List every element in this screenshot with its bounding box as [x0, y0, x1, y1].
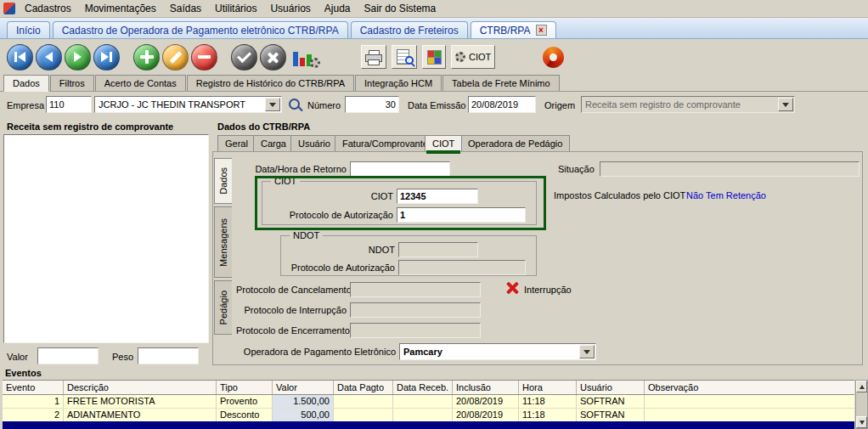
- grid-selected-row[interactable]: [3, 421, 854, 429]
- mdi-tab-cadastro-operadora[interactable]: Cadastro de Operadora de Pagamento eletr…: [53, 21, 348, 38]
- edit-button[interactable]: [162, 44, 189, 71]
- menu-movimentacoes[interactable]: Movimentações: [78, 0, 163, 17]
- interrupcao-x-icon[interactable]: [506, 281, 519, 294]
- valor-input[interactable]: [37, 347, 99, 364]
- detail-title: Dados do CTRB/RPA: [217, 121, 310, 132]
- search-icon[interactable]: [289, 99, 300, 110]
- cell-data-pagto: [334, 395, 393, 408]
- column-header-descricao[interactable]: Descrição: [64, 381, 217, 394]
- side-tab-label: Pedágio: [218, 291, 228, 325]
- side-tab-label: Mensagens: [218, 218, 228, 267]
- next-record-button[interactable]: [65, 44, 91, 71]
- receita-list[interactable]: [3, 134, 209, 343]
- tab-registro-historico[interactable]: Registro de Histórico do CTRB/RPA: [187, 75, 354, 91]
- tab-dados[interactable]: Dados: [3, 75, 49, 92]
- tab-acerto-de-contas[interactable]: Acerto de Contas: [95, 75, 186, 91]
- detail-tab-carga[interactable]: Carga: [253, 135, 294, 151]
- operadora-pagamento-combo[interactable]: Pamcary: [399, 343, 596, 360]
- chevron-down-icon[interactable]: [579, 345, 595, 358]
- minus-icon: [198, 55, 211, 59]
- detail-tab-usuario[interactable]: Usuário: [290, 135, 338, 151]
- column-header-data-pagto[interactable]: Data Pagto: [334, 381, 393, 394]
- side-tab-dados[interactable]: Dados: [214, 158, 232, 204]
- detail-tab-ciot[interactable]: CIOT: [425, 135, 462, 151]
- app-logo-icon: [543, 47, 564, 68]
- tab-tabela-frete-minimo[interactable]: Tabela de Frete Mínimo: [442, 75, 560, 91]
- confirm-button[interactable]: [231, 44, 257, 71]
- bar-chart-icon: [293, 52, 298, 66]
- peso-label: Peso: [112, 352, 133, 362]
- menu-utilitarios[interactable]: Utilitários: [208, 0, 263, 17]
- column-header-evento[interactable]: Evento: [3, 381, 64, 394]
- first-record-button[interactable]: [7, 44, 33, 71]
- cell-observacao: [645, 395, 854, 408]
- empresa-label: Empresa: [7, 100, 44, 110]
- scrollbar-down-button[interactable]: [856, 416, 867, 428]
- table-row[interactable]: 2 ADIANTAMENTO Desconto 500,00 20/08/201…: [3, 409, 854, 422]
- column-header-inclusao[interactable]: Inclusão: [453, 381, 519, 394]
- print-button[interactable]: [361, 45, 386, 69]
- menu-cadastros[interactable]: Cadastros: [18, 0, 78, 17]
- column-header-data-receb[interactable]: Data Receb.: [393, 381, 453, 394]
- side-tab-mensagens[interactable]: Mensagens: [214, 206, 232, 278]
- menu-ajuda[interactable]: Ajuda: [318, 0, 358, 17]
- ciot-protocolo-autorizacao-input[interactable]: [397, 207, 526, 223]
- printer-icon: [365, 50, 382, 65]
- detail-tab-fatura-comprovante[interactable]: Fatura/Comprovante: [335, 135, 436, 151]
- ndot-field-label: NDOT: [315, 245, 395, 255]
- mdi-tab-label: Início: [16, 25, 41, 37]
- column-header-valor[interactable]: Valor: [273, 381, 334, 394]
- retencao-link[interactable]: Não Tem Retenção: [686, 190, 766, 200]
- close-tab-icon[interactable]: ×: [536, 25, 547, 36]
- add-button[interactable]: [133, 44, 160, 71]
- menu-usuarios[interactable]: Usuários: [263, 0, 317, 17]
- menu-saidas[interactable]: Saídas: [163, 0, 208, 17]
- empresa-combo[interactable]: JCRJO - JC THEDIN TRANSPORT: [94, 96, 282, 113]
- column-header-hora[interactable]: Hora: [519, 381, 577, 394]
- export-grid-button[interactable]: [422, 45, 446, 69]
- menu-sair-do-sistema[interactable]: Sair do Sistema: [358, 0, 443, 17]
- numero-input[interactable]: [345, 96, 399, 113]
- column-header-tipo[interactable]: Tipo: [217, 381, 273, 394]
- ciot-input[interactable]: [397, 189, 478, 204]
- detail-tab-geral[interactable]: Geral: [217, 135, 256, 151]
- delete-button[interactable]: [191, 44, 217, 71]
- origem-combo-value: Receita sem registro de comprovante: [585, 99, 741, 110]
- consult-button[interactable]: [392, 45, 417, 69]
- cell-tipo: Desconto: [217, 409, 273, 421]
- grid-vertical-scrollbar[interactable]: [855, 380, 868, 429]
- last-record-button[interactable]: [93, 44, 120, 71]
- previous-record-button[interactable]: [36, 44, 62, 71]
- data-emissao-input[interactable]: [468, 96, 536, 113]
- ciot-button[interactable]: CIOT: [451, 45, 495, 69]
- first-record-icon: [14, 52, 25, 62]
- mdi-tab-ctrb-rpa[interactable]: CTRB/RPA ×: [471, 21, 556, 38]
- x-icon: [267, 51, 279, 64]
- mdi-tab-cadastro-freteiros[interactable]: Cadastro de Freteiros: [351, 21, 468, 38]
- scrollbar-up-button[interactable]: [856, 381, 867, 392]
- cell-inclusao: 20/08/2019: [453, 409, 519, 421]
- ndot-groupbox: NDOT NDOT Protocolo de Autorização: [280, 235, 537, 276]
- chevron-down-icon: [778, 98, 793, 111]
- column-header-observacao[interactable]: Observação: [645, 381, 854, 394]
- empresa-code-input[interactable]: [46, 96, 92, 113]
- tab-filtros[interactable]: Filtros: [50, 75, 94, 91]
- app-menu-icon[interactable]: [3, 3, 15, 14]
- mdi-tab-inicio[interactable]: Início: [7, 21, 50, 38]
- detail-tab-operadora-pedagio[interactable]: Operadora de Pedágio: [460, 135, 570, 151]
- ciot-button-label: CIOT: [469, 52, 491, 62]
- tab-integracao-hcm[interactable]: Integração HCM: [355, 75, 442, 91]
- chevron-down-icon[interactable]: [265, 98, 280, 111]
- ciot-groupbox: CIOT CIOT Protocolo de Autorização: [262, 181, 537, 225]
- check-icon: [237, 48, 251, 63]
- empresa-combo-value: JCRJO - JC THEDIN TRANSPORT: [99, 99, 245, 110]
- side-tab-pedagio[interactable]: Pedágio: [214, 280, 232, 335]
- data-hora-retorno-input[interactable]: [350, 161, 450, 177]
- interrupcao-label: Interrupção: [524, 285, 572, 295]
- column-header-usuario[interactable]: Usuário: [577, 381, 645, 394]
- mdi-tab-label: CTRB/RPA: [480, 25, 531, 37]
- chart-button[interactable]: [293, 48, 315, 66]
- peso-input[interactable]: [138, 347, 199, 364]
- table-row[interactable]: 1 FRETE MOTORISTA Provento 1.500,00 20/0…: [3, 395, 854, 409]
- cancel-button[interactable]: [260, 44, 286, 71]
